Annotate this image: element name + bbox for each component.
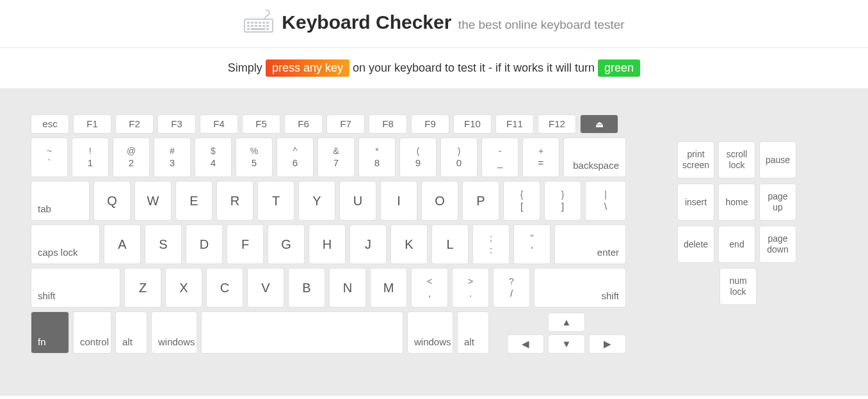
key-f12[interactable]: F12 (538, 114, 576, 134)
key-f[interactable]: F (227, 224, 264, 264)
key-5[interactable]: %5 (236, 137, 273, 177)
green-badge: green (598, 59, 640, 77)
key-d[interactable]: D (186, 224, 223, 264)
key-period[interactable]: >. (452, 268, 489, 308)
key-equals[interactable]: += (522, 137, 559, 177)
key-alt-left[interactable]: alt (115, 311, 147, 354)
key-windows-right[interactable]: windows (407, 311, 453, 354)
key-3[interactable]: #3 (154, 137, 191, 177)
key-j[interactable]: J (350, 224, 387, 264)
key-z[interactable]: Z (124, 268, 161, 308)
key-backslash[interactable]: |\ (585, 181, 626, 221)
key-bracket-left[interactable]: {[ (503, 181, 540, 221)
key-f6[interactable]: F6 (284, 114, 323, 134)
page-subtitle: the best online keyboard tester (458, 18, 625, 31)
key-control[interactable]: control (73, 311, 111, 354)
key-fn[interactable]: fn (31, 311, 69, 354)
key-f2[interactable]: F2 (115, 114, 154, 134)
key-eject[interactable]: ⏏ (580, 114, 618, 134)
key-scrolllock[interactable]: scroll lock (718, 141, 755, 178)
key-home[interactable]: home (718, 184, 755, 221)
key-shift-right[interactable]: shift (534, 268, 626, 308)
key-enter[interactable]: enter (554, 224, 626, 264)
key-f1[interactable]: F1 (73, 114, 111, 134)
key-f10[interactable]: F10 (453, 114, 492, 134)
key-2[interactable]: @2 (113, 137, 150, 177)
key-7[interactable]: &7 (317, 137, 355, 177)
key-w[interactable]: W (134, 181, 172, 221)
svg-rect-4 (259, 22, 261, 24)
key-capslock[interactable]: caps lock (31, 224, 100, 264)
key-printscreen[interactable]: print screen (677, 141, 714, 178)
key-f3[interactable]: F3 (157, 114, 196, 134)
key-pageup[interactable]: page up (759, 184, 796, 221)
key-1[interactable]: !1 (72, 137, 109, 177)
key-arrow-up[interactable]: ▲ (548, 313, 585, 332)
key-k[interactable]: K (390, 224, 428, 264)
key-4[interactable]: $4 (195, 137, 232, 177)
key-0[interactable]: )0 (440, 137, 478, 177)
row-zxcv: shift Z X C V B N M <, >. ?/ shift (31, 268, 626, 308)
key-f8[interactable]: F8 (369, 114, 407, 134)
key-numlock[interactable]: num lock (719, 268, 757, 305)
key-f11[interactable]: F11 (495, 114, 534, 134)
key-s[interactable]: S (145, 224, 182, 264)
key-f9[interactable]: F9 (411, 114, 449, 134)
key-space[interactable] (201, 311, 403, 354)
key-i[interactable]: I (380, 181, 417, 221)
key-q[interactable]: Q (93, 181, 131, 221)
svg-rect-11 (262, 25, 265, 27)
key-u[interactable]: U (339, 181, 376, 221)
key-a[interactable]: A (104, 224, 141, 264)
key-m[interactable]: M (370, 268, 407, 308)
key-f5[interactable]: F5 (242, 114, 280, 134)
row-bottom: fn control alt windows windows alt ◀ ▲ ▼… (31, 311, 626, 354)
key-backspace[interactable]: backspace (563, 137, 626, 177)
key-v[interactable]: V (247, 268, 284, 308)
key-backtick[interactable]: ~` (31, 137, 68, 177)
instruction-bar: Simply press any key on your keyboard to… (0, 48, 868, 89)
key-n[interactable]: N (329, 268, 366, 308)
key-tab[interactable]: tab (31, 181, 90, 221)
key-o[interactable]: O (421, 181, 458, 221)
key-x[interactable]: X (165, 268, 202, 308)
key-y[interactable]: Y (298, 181, 335, 221)
key-g[interactable]: G (268, 224, 305, 264)
key-p[interactable]: P (462, 181, 499, 221)
key-arrow-right[interactable]: ▶ (589, 334, 626, 354)
key-t[interactable]: T (257, 181, 294, 221)
key-end[interactable]: end (718, 226, 755, 263)
key-insert[interactable]: insert (677, 184, 714, 221)
key-f4[interactable]: F4 (200, 114, 238, 134)
key-delete[interactable]: delete (677, 226, 714, 263)
key-arrow-down[interactable]: ▼ (548, 334, 585, 354)
key-h[interactable]: H (309, 224, 346, 264)
key-minus[interactable]: -_ (481, 137, 518, 177)
key-f7[interactable]: F7 (326, 114, 365, 134)
main-keyboard: esc F1 F2 F3 F4 F5 F6 F7 F8 F9 F10 F11 F… (31, 114, 626, 357)
key-arrow-left[interactable]: ◀ (507, 334, 544, 354)
svg-rect-2 (251, 22, 253, 24)
key-comma[interactable]: <, (411, 268, 448, 308)
key-e[interactable]: E (175, 181, 213, 221)
key-8[interactable]: *8 (358, 137, 396, 177)
key-c[interactable]: C (206, 268, 243, 308)
key-semicolon[interactable]: ;: (472, 224, 510, 264)
key-quote[interactable]: "' (513, 224, 551, 264)
key-alt-right[interactable]: alt (457, 311, 489, 354)
eject-icon: ⏏ (595, 118, 604, 130)
key-9[interactable]: (9 (399, 137, 437, 177)
key-slash[interactable]: ?/ (493, 268, 530, 308)
key-bracket-right[interactable]: }] (544, 181, 581, 221)
key-windows-left[interactable]: windows (151, 311, 197, 354)
key-6[interactable]: ^6 (277, 137, 314, 177)
key-r[interactable]: R (216, 181, 253, 221)
key-pause[interactable]: pause (759, 141, 796, 178)
key-esc[interactable]: esc (31, 114, 69, 134)
key-b[interactable]: B (288, 268, 325, 308)
key-l[interactable]: L (431, 224, 469, 264)
press-any-key-badge: press any key (266, 59, 350, 77)
key-pagedown[interactable]: page down (759, 226, 796, 263)
row-asdf: caps lock A S D F G H J K L ;: "' enter (31, 224, 626, 264)
key-shift-left[interactable]: shift (31, 268, 120, 308)
